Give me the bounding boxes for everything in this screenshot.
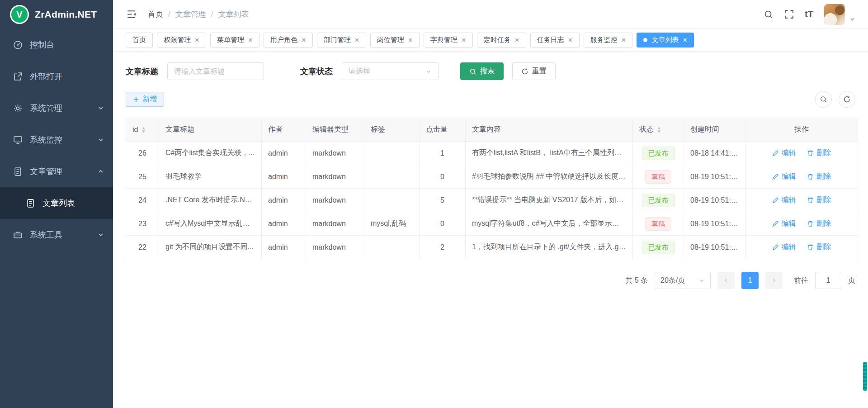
table-row: 25 羽毛球教学 admin markdown 0 #羽毛球拍参数说明 ## 中… bbox=[126, 165, 858, 189]
toggle-search-button[interactable] bbox=[815, 91, 832, 108]
caret-down-icon[interactable] bbox=[849, 16, 855, 22]
next-page-button[interactable] bbox=[765, 272, 783, 289]
status-badge: 草稿 bbox=[645, 217, 671, 231]
close-icon[interactable]: × bbox=[515, 36, 519, 44]
sidebar-item-label: 文章列表 bbox=[42, 198, 75, 209]
delete-link[interactable]: 删除 bbox=[807, 195, 831, 205]
status-badge: 草稿 bbox=[645, 170, 671, 184]
edit-link[interactable]: 编辑 bbox=[772, 148, 796, 158]
filter-bar: 文章标题 文章状态 请选择 搜索 重置 bbox=[126, 62, 855, 80]
chevron-down-icon bbox=[98, 105, 104, 111]
app-title: ZrAdmin.NET bbox=[35, 9, 97, 20]
tab-article-list[interactable]: 文章列表 × bbox=[637, 33, 694, 47]
article-status-select[interactable]: 请选择 bbox=[342, 62, 439, 80]
cell-author: admin bbox=[262, 236, 306, 259]
tab-scheduled-task[interactable]: 定时任务 × bbox=[477, 33, 526, 47]
tab-service-monitor[interactable]: 服务监控 × bbox=[584, 33, 633, 47]
dashboard-icon bbox=[13, 40, 23, 50]
article-title-input[interactable] bbox=[167, 62, 264, 80]
sidebar-menu: 控制台 外部打开 系统管理 系统监控 bbox=[0, 29, 113, 251]
sidebar-item-system-tools[interactable]: 系统工具 bbox=[0, 219, 113, 251]
breadcrumb-separator: / bbox=[168, 10, 170, 19]
tab-label: 首页 bbox=[132, 36, 146, 44]
tab-task-log[interactable]: 任务日志 × bbox=[530, 33, 580, 47]
delete-link[interactable]: 删除 bbox=[807, 172, 831, 181]
toolbar-right bbox=[808, 91, 855, 108]
page-size-select[interactable]: 20条/页 bbox=[655, 272, 711, 289]
scrollbar-thumb[interactable] bbox=[863, 362, 867, 391]
cell-editor: markdown bbox=[306, 212, 364, 236]
column-header-id[interactable]: id ▲▼ bbox=[126, 118, 159, 142]
breadcrumb: 首页 / 文章管理 / 文章列表 bbox=[148, 9, 249, 19]
table-row: 26 C#两个list集合实现关联，... admin markdown 1 有… bbox=[126, 142, 858, 165]
close-icon[interactable]: × bbox=[355, 36, 359, 44]
close-icon[interactable]: × bbox=[683, 36, 687, 44]
avatar[interactable] bbox=[824, 4, 845, 25]
add-button[interactable]: 新增 bbox=[126, 92, 164, 107]
cell-actions: 编辑 删除 bbox=[745, 212, 858, 236]
column-header-editor: 编辑器类型 bbox=[306, 118, 364, 142]
sidebar-item-system-management[interactable]: 系统管理 bbox=[0, 92, 113, 124]
tab-dict-management[interactable]: 字典管理 × bbox=[424, 33, 473, 47]
refresh-table-button[interactable] bbox=[839, 91, 855, 108]
tab-label: 定时任务 bbox=[484, 36, 511, 44]
search-button[interactable]: 搜索 bbox=[460, 62, 504, 80]
total-count: 共 5 条 bbox=[625, 276, 648, 285]
delete-link[interactable]: 删除 bbox=[807, 242, 831, 252]
tab-post-management[interactable]: 岗位管理 × bbox=[370, 33, 420, 47]
tab-menu-management[interactable]: 菜单管理 × bbox=[210, 33, 259, 47]
breadcrumb-home[interactable]: 首页 bbox=[148, 9, 163, 19]
prev-page-button[interactable] bbox=[717, 272, 735, 289]
cell-status: 已发布 bbox=[633, 236, 684, 259]
tab-user-role[interactable]: 用户角色 × bbox=[264, 33, 313, 47]
cell-title: C#两个list集合实现关联，... bbox=[159, 142, 262, 165]
sidebar-item-external-open[interactable]: 外部打开 bbox=[0, 61, 113, 92]
edit-link[interactable]: 编辑 bbox=[772, 242, 796, 252]
sidebar-item-article-list[interactable]: 文章列表 bbox=[0, 187, 113, 219]
tabs-bar: 首页 权限管理 × 菜单管理 × 用户角色 × 部门管理 × 岗位管理 × 字典… bbox=[113, 29, 868, 52]
delete-link[interactable]: 删除 bbox=[807, 219, 831, 228]
edit-link[interactable]: 编辑 bbox=[772, 195, 796, 205]
sidebar-item-article-management[interactable]: 文章管理 bbox=[0, 156, 113, 187]
active-dot bbox=[643, 38, 647, 42]
app-root: { "app": { "logo_text": "V", "title": "Z… bbox=[0, 0, 868, 408]
edit-link[interactable]: 编辑 bbox=[772, 172, 796, 181]
chevron-down-icon bbox=[699, 278, 705, 284]
tab-home[interactable]: 首页 bbox=[126, 33, 153, 47]
cell-title: git 为不同的项目设置不同... bbox=[159, 236, 262, 259]
tab-label: 服务监控 bbox=[590, 36, 618, 44]
cell-editor: markdown bbox=[306, 142, 364, 165]
sidebar-item-dashboard[interactable]: 控制台 bbox=[0, 29, 113, 61]
close-icon[interactable]: × bbox=[408, 36, 413, 44]
close-icon[interactable]: × bbox=[568, 36, 573, 44]
tab-department-management[interactable]: 部门管理 × bbox=[317, 33, 366, 47]
cell-tags: mysql,乱码 bbox=[364, 212, 420, 236]
edit-link[interactable]: 编辑 bbox=[772, 219, 796, 228]
close-icon[interactable]: × bbox=[462, 36, 466, 44]
column-header-author: 作者 bbox=[262, 118, 306, 142]
close-icon[interactable]: × bbox=[248, 36, 253, 44]
font-size-icon[interactable]: tT bbox=[805, 9, 813, 19]
close-icon[interactable]: × bbox=[622, 36, 626, 44]
close-icon[interactable]: × bbox=[195, 36, 199, 44]
reset-button[interactable]: 重置 bbox=[512, 62, 556, 80]
page-number-button[interactable]: 1 bbox=[741, 272, 759, 289]
goto-page-input[interactable] bbox=[815, 272, 841, 289]
column-header-status[interactable]: 状态 ▲▼ bbox=[633, 118, 684, 142]
chevron-down-icon bbox=[425, 68, 432, 75]
cell-tags bbox=[364, 142, 420, 165]
cell-status: 草稿 bbox=[633, 165, 684, 189]
cell-id: 25 bbox=[126, 165, 159, 189]
app-logo[interactable]: V ZrAdmin.NET bbox=[0, 0, 113, 29]
table-toolbar: 新增 bbox=[126, 91, 855, 108]
search-icon[interactable] bbox=[764, 9, 774, 19]
tab-permission-management[interactable]: 权限管理 × bbox=[157, 33, 206, 47]
close-icon[interactable]: × bbox=[302, 36, 306, 44]
sidebar-item-label: 外部打开 bbox=[30, 71, 62, 82]
delete-link[interactable]: 删除 bbox=[807, 148, 831, 158]
breadcrumb-article-management[interactable]: 文章管理 bbox=[175, 9, 206, 19]
fullscreen-icon[interactable] bbox=[784, 9, 794, 19]
sidebar-item-label: 系统工具 bbox=[30, 229, 62, 240]
sidebar-item-system-monitor[interactable]: 系统监控 bbox=[0, 124, 113, 156]
sidebar-collapse-icon[interactable] bbox=[126, 9, 137, 20]
